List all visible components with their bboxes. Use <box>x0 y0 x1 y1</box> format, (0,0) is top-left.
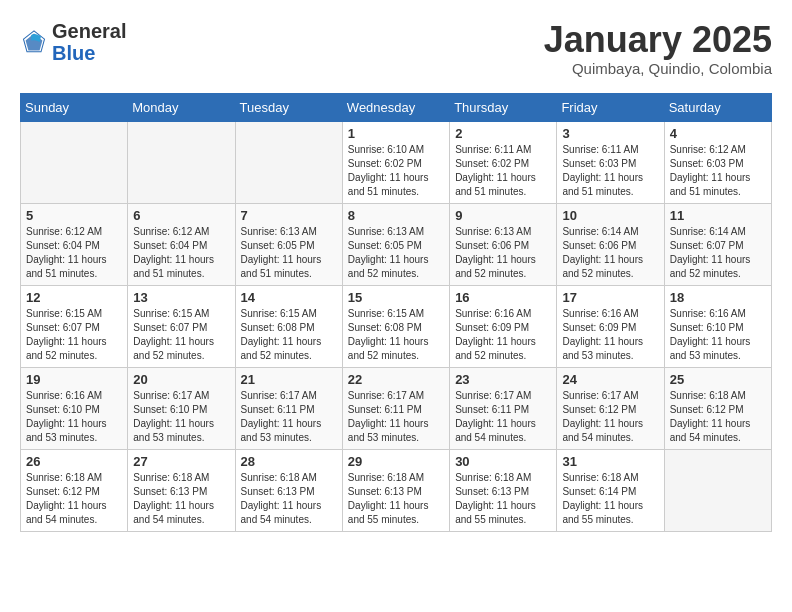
day-info: Sunrise: 6:18 AMSunset: 6:13 PMDaylight:… <box>348 471 444 527</box>
day-number: 11 <box>670 208 766 223</box>
day-number: 23 <box>455 372 551 387</box>
logo-icon <box>20 28 48 56</box>
day-number: 31 <box>562 454 658 469</box>
day-info: Sunrise: 6:12 AMSunset: 6:04 PMDaylight:… <box>133 225 229 281</box>
day-info: Sunrise: 6:17 AMSunset: 6:11 PMDaylight:… <box>348 389 444 445</box>
day-cell-13: 13Sunrise: 6:15 AMSunset: 6:07 PMDayligh… <box>128 285 235 367</box>
week-row-2: 5Sunrise: 6:12 AMSunset: 6:04 PMDaylight… <box>21 203 772 285</box>
day-cell-empty <box>664 449 771 531</box>
day-cell-9: 9Sunrise: 6:13 AMSunset: 6:06 PMDaylight… <box>450 203 557 285</box>
day-cell-1: 1Sunrise: 6:10 AMSunset: 6:02 PMDaylight… <box>342 121 449 203</box>
day-number: 8 <box>348 208 444 223</box>
day-number: 7 <box>241 208 337 223</box>
day-info: Sunrise: 6:13 AMSunset: 6:05 PMDaylight:… <box>241 225 337 281</box>
day-cell-28: 28Sunrise: 6:18 AMSunset: 6:13 PMDayligh… <box>235 449 342 531</box>
day-cell-27: 27Sunrise: 6:18 AMSunset: 6:13 PMDayligh… <box>128 449 235 531</box>
day-number: 21 <box>241 372 337 387</box>
day-cell-31: 31Sunrise: 6:18 AMSunset: 6:14 PMDayligh… <box>557 449 664 531</box>
weekday-header-row: SundayMondayTuesdayWednesdayThursdayFrid… <box>21 93 772 121</box>
day-number: 5 <box>26 208 122 223</box>
day-info: Sunrise: 6:15 AMSunset: 6:07 PMDaylight:… <box>133 307 229 363</box>
day-cell-5: 5Sunrise: 6:12 AMSunset: 6:04 PMDaylight… <box>21 203 128 285</box>
day-info: Sunrise: 6:16 AMSunset: 6:09 PMDaylight:… <box>455 307 551 363</box>
day-info: Sunrise: 6:17 AMSunset: 6:11 PMDaylight:… <box>455 389 551 445</box>
day-info: Sunrise: 6:18 AMSunset: 6:13 PMDaylight:… <box>455 471 551 527</box>
weekday-header-thursday: Thursday <box>450 93 557 121</box>
day-number: 14 <box>241 290 337 305</box>
day-number: 25 <box>670 372 766 387</box>
day-number: 10 <box>562 208 658 223</box>
calendar-table: SundayMondayTuesdayWednesdayThursdayFrid… <box>20 93 772 532</box>
day-info: Sunrise: 6:17 AMSunset: 6:12 PMDaylight:… <box>562 389 658 445</box>
day-cell-17: 17Sunrise: 6:16 AMSunset: 6:09 PMDayligh… <box>557 285 664 367</box>
day-number: 3 <box>562 126 658 141</box>
week-row-5: 26Sunrise: 6:18 AMSunset: 6:12 PMDayligh… <box>21 449 772 531</box>
day-cell-empty <box>235 121 342 203</box>
day-cell-12: 12Sunrise: 6:15 AMSunset: 6:07 PMDayligh… <box>21 285 128 367</box>
month-title: January 2025 <box>544 20 772 60</box>
day-cell-23: 23Sunrise: 6:17 AMSunset: 6:11 PMDayligh… <box>450 367 557 449</box>
title-block: January 2025 Quimbaya, Quindio, Colombia <box>544 20 772 77</box>
day-number: 27 <box>133 454 229 469</box>
day-info: Sunrise: 6:16 AMSunset: 6:10 PMDaylight:… <box>670 307 766 363</box>
day-number: 4 <box>670 126 766 141</box>
day-cell-4: 4Sunrise: 6:12 AMSunset: 6:03 PMDaylight… <box>664 121 771 203</box>
location: Quimbaya, Quindio, Colombia <box>544 60 772 77</box>
day-cell-empty <box>128 121 235 203</box>
day-number: 22 <box>348 372 444 387</box>
day-info: Sunrise: 6:12 AMSunset: 6:04 PMDaylight:… <box>26 225 122 281</box>
weekday-header-tuesday: Tuesday <box>235 93 342 121</box>
day-cell-3: 3Sunrise: 6:11 AMSunset: 6:03 PMDaylight… <box>557 121 664 203</box>
day-info: Sunrise: 6:15 AMSunset: 6:07 PMDaylight:… <box>26 307 122 363</box>
day-info: Sunrise: 6:14 AMSunset: 6:06 PMDaylight:… <box>562 225 658 281</box>
weekday-header-saturday: Saturday <box>664 93 771 121</box>
day-info: Sunrise: 6:16 AMSunset: 6:10 PMDaylight:… <box>26 389 122 445</box>
page-header: General Blue January 2025 Quimbaya, Quin… <box>20 20 772 77</box>
week-row-3: 12Sunrise: 6:15 AMSunset: 6:07 PMDayligh… <box>21 285 772 367</box>
day-cell-26: 26Sunrise: 6:18 AMSunset: 6:12 PMDayligh… <box>21 449 128 531</box>
logo-general: General <box>52 20 126 42</box>
day-number: 15 <box>348 290 444 305</box>
day-number: 16 <box>455 290 551 305</box>
day-info: Sunrise: 6:13 AMSunset: 6:06 PMDaylight:… <box>455 225 551 281</box>
day-number: 12 <box>26 290 122 305</box>
weekday-header-wednesday: Wednesday <box>342 93 449 121</box>
day-number: 17 <box>562 290 658 305</box>
logo-blue: Blue <box>52 42 95 64</box>
day-cell-7: 7Sunrise: 6:13 AMSunset: 6:05 PMDaylight… <box>235 203 342 285</box>
day-info: Sunrise: 6:14 AMSunset: 6:07 PMDaylight:… <box>670 225 766 281</box>
day-number: 13 <box>133 290 229 305</box>
day-info: Sunrise: 6:11 AMSunset: 6:02 PMDaylight:… <box>455 143 551 199</box>
day-cell-24: 24Sunrise: 6:17 AMSunset: 6:12 PMDayligh… <box>557 367 664 449</box>
day-number: 20 <box>133 372 229 387</box>
day-info: Sunrise: 6:18 AMSunset: 6:13 PMDaylight:… <box>241 471 337 527</box>
weekday-header-monday: Monday <box>128 93 235 121</box>
week-row-4: 19Sunrise: 6:16 AMSunset: 6:10 PMDayligh… <box>21 367 772 449</box>
day-cell-15: 15Sunrise: 6:15 AMSunset: 6:08 PMDayligh… <box>342 285 449 367</box>
logo: General Blue <box>20 20 126 64</box>
day-number: 9 <box>455 208 551 223</box>
day-number: 30 <box>455 454 551 469</box>
day-cell-21: 21Sunrise: 6:17 AMSunset: 6:11 PMDayligh… <box>235 367 342 449</box>
day-cell-14: 14Sunrise: 6:15 AMSunset: 6:08 PMDayligh… <box>235 285 342 367</box>
day-cell-10: 10Sunrise: 6:14 AMSunset: 6:06 PMDayligh… <box>557 203 664 285</box>
day-info: Sunrise: 6:13 AMSunset: 6:05 PMDaylight:… <box>348 225 444 281</box>
day-cell-11: 11Sunrise: 6:14 AMSunset: 6:07 PMDayligh… <box>664 203 771 285</box>
day-info: Sunrise: 6:10 AMSunset: 6:02 PMDaylight:… <box>348 143 444 199</box>
day-number: 28 <box>241 454 337 469</box>
weekday-header-sunday: Sunday <box>21 93 128 121</box>
day-info: Sunrise: 6:15 AMSunset: 6:08 PMDaylight:… <box>348 307 444 363</box>
logo-text: General Blue <box>52 20 126 64</box>
day-info: Sunrise: 6:18 AMSunset: 6:14 PMDaylight:… <box>562 471 658 527</box>
weekday-header-friday: Friday <box>557 93 664 121</box>
day-info: Sunrise: 6:16 AMSunset: 6:09 PMDaylight:… <box>562 307 658 363</box>
day-cell-22: 22Sunrise: 6:17 AMSunset: 6:11 PMDayligh… <box>342 367 449 449</box>
day-cell-2: 2Sunrise: 6:11 AMSunset: 6:02 PMDaylight… <box>450 121 557 203</box>
day-info: Sunrise: 6:17 AMSunset: 6:10 PMDaylight:… <box>133 389 229 445</box>
day-number: 19 <box>26 372 122 387</box>
day-cell-19: 19Sunrise: 6:16 AMSunset: 6:10 PMDayligh… <box>21 367 128 449</box>
day-number: 29 <box>348 454 444 469</box>
day-cell-25: 25Sunrise: 6:18 AMSunset: 6:12 PMDayligh… <box>664 367 771 449</box>
day-cell-29: 29Sunrise: 6:18 AMSunset: 6:13 PMDayligh… <box>342 449 449 531</box>
day-cell-20: 20Sunrise: 6:17 AMSunset: 6:10 PMDayligh… <box>128 367 235 449</box>
